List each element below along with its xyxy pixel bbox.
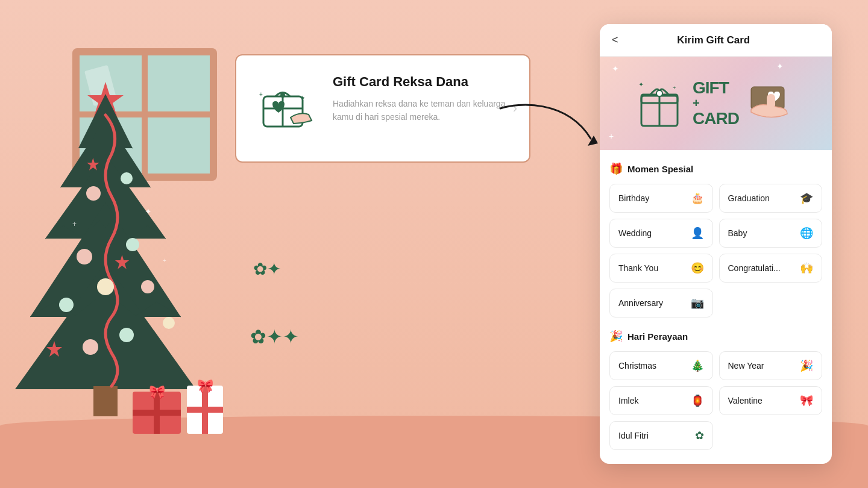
banner-gift-label: GIFT (693, 80, 739, 96)
option-baby-label: Baby (728, 228, 747, 238)
option-christmas-icon: 🎄 (691, 359, 704, 372)
svg-text:+: + (72, 220, 77, 228)
banner-gift-icon: ✦ + (635, 78, 684, 129)
option-imlek-icon: 🏮 (691, 394, 704, 407)
section-momen-spesial-icon: 🎁 (609, 162, 623, 175)
svg-point-9 (77, 249, 92, 264)
phone-panel: < Kirim Gift Card ✦ + GIFT + (600, 24, 832, 464)
banner-text: GIFT + CARD (693, 80, 739, 127)
section-hari-perayaan-title: Hari Perayaan (627, 331, 688, 342)
option-anniversary[interactable]: Anniversary 📷 (609, 289, 713, 318)
svg-point-31 (656, 90, 662, 96)
option-birthday-label: Birthday (618, 193, 649, 203)
gift-box-white: 🎀 (187, 386, 223, 434)
curved-arrow (494, 96, 603, 157)
svg-point-12 (59, 298, 74, 312)
option-baby[interactable]: Baby 🌐 (719, 219, 823, 248)
section-hari-perayaan-header: 🎉 Hari Perayaan (609, 330, 822, 343)
option-imlek-label: Imlek (618, 396, 638, 405)
option-thank-you-label: Thank You (618, 263, 658, 273)
page-title: Kirim Gift Card (626, 34, 802, 46)
svg-point-24 (280, 93, 285, 98)
svg-text:✦: ✦ (145, 207, 152, 216)
banner-hand-icon (748, 81, 796, 126)
svg-point-10 (126, 238, 139, 251)
section-momen-spesial-title: Momen Spesial (627, 164, 693, 174)
svg-point-7 (86, 186, 101, 201)
feature-card-description: Hadiahkan reksa dana ke teman dan keluar… (333, 97, 511, 124)
option-birthday[interactable]: Birthday 🎂 (609, 184, 713, 213)
option-wedding-icon: 👤 (691, 227, 704, 240)
option-congratulations-label: Congratulati... (728, 263, 781, 273)
svg-point-16 (163, 317, 175, 329)
option-congratulations-icon: 🙌 (800, 261, 813, 275)
option-new-year-icon: 🎉 (800, 359, 813, 372)
option-christmas[interactable]: Christmas 🎄 (609, 351, 713, 380)
section-momen-spesial-header: 🎁 Momen Spesial (609, 162, 822, 175)
phone-scroll-content[interactable]: 🎁 Momen Spesial Birthday 🎂 Graduation 🎓 … (600, 150, 832, 462)
hari-perayaan-grid: Christmas 🎄 New Year 🎉 Imlek 🏮 Valentine… (609, 351, 822, 450)
option-idul-fitri-label: Idul Fitri (618, 431, 649, 440)
option-valentine-label: Valentine (728, 396, 763, 405)
option-wedding[interactable]: Wedding 👤 (609, 219, 713, 248)
option-baby-icon: 🌐 (800, 227, 813, 240)
section-hari-perayaan-icon: 🎉 (609, 330, 623, 343)
sparkle-1: ✦ (612, 64, 619, 74)
option-new-year-label: New Year (728, 361, 764, 371)
banner: ✦ + GIFT + CARD ✦ ✦ + (600, 57, 832, 150)
svg-text:+: + (259, 91, 263, 98)
option-birthday-icon: 🎂 (691, 192, 704, 205)
momen-spesial-grid: Birthday 🎂 Graduation 🎓 Wedding 👤 Baby 🌐… (609, 184, 822, 318)
option-christmas-label: Christmas (618, 361, 656, 371)
svg-point-15 (119, 328, 134, 342)
option-anniversary-icon: 📷 (691, 296, 704, 310)
option-imlek[interactable]: Imlek 🏮 (609, 386, 713, 415)
feature-card[interactable]: ✦ + Gift Card Reksa Dana Hadiahkan reksa… (235, 54, 530, 163)
option-thank-you-icon: 😊 (691, 261, 704, 275)
holly-decoration-1: ✿✦ (253, 259, 281, 279)
svg-point-11 (97, 278, 114, 295)
svg-point-8 (121, 172, 133, 184)
gift-bow-2: 🎀 (197, 378, 213, 394)
svg-rect-6 (93, 386, 118, 416)
gift-box-red: 🎀 (133, 392, 181, 434)
gift-boxes: 🎀 🎀 (133, 386, 223, 434)
option-anniversary-label: Anniversary (618, 298, 663, 308)
banner-card-label: CARD (693, 110, 739, 127)
option-graduation-icon: 🎓 (800, 192, 813, 205)
option-graduation-label: Graduation (728, 193, 770, 203)
svg-text:✦: ✦ (300, 94, 306, 102)
option-thank-you[interactable]: Thank You 😊 (609, 254, 713, 283)
svg-text:✦: ✦ (638, 81, 644, 88)
banner-content: ✦ + GIFT + CARD (623, 78, 808, 129)
back-button[interactable]: < (612, 34, 618, 46)
holly-decoration-2: ✿✦✦ (250, 325, 299, 348)
option-valentine-icon: 🎀 (800, 394, 813, 407)
phone-header: < Kirim Gift Card (600, 24, 832, 57)
option-idul-fitri[interactable]: Idul Fitri ✿ (609, 421, 713, 450)
option-new-year[interactable]: New Year 🎉 (719, 351, 823, 380)
christmas-tree: ✦ + + (0, 76, 229, 428)
svg-text:+: + (673, 85, 676, 91)
svg-point-13 (141, 280, 154, 293)
option-graduation[interactable]: Graduation 🎓 (719, 184, 823, 213)
feature-card-icon: ✦ + (254, 75, 321, 142)
option-valentine[interactable]: Valentine 🎀 (719, 386, 823, 415)
option-idul-fitri-icon: ✿ (695, 429, 704, 442)
gift-bow: 🎀 (149, 384, 165, 400)
option-congratulations[interactable]: Congratulati... 🙌 (719, 254, 823, 283)
svg-point-14 (83, 339, 98, 355)
svg-text:+: + (163, 257, 166, 264)
option-wedding-label: Wedding (618, 228, 652, 238)
feature-card-title: Gift Card Reksa Dana (333, 74, 511, 91)
sparkle-2: ✦ (776, 61, 784, 71)
sparkle-3: + (609, 131, 614, 141)
